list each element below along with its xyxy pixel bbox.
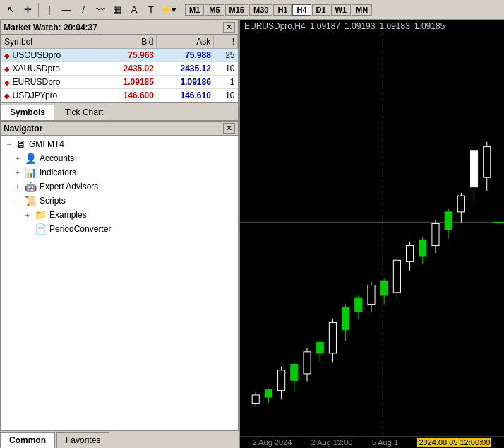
nav-item-periodconverter[interactable]: 📄 PeriodConverter [2,222,236,236]
tf-d1[interactable]: D1 [312,4,330,16]
chart-area: EURUSDpro,H4 1.09187 1.09193 1.09183 1.0… [240,20,504,448]
nav-expand-icon[interactable]: − [13,197,22,205]
svg-rect-22 [368,285,375,305]
svg-rect-38 [470,151,477,187]
spread-2: 1 [214,76,238,89]
nav-expand-icon[interactable]: + [23,211,32,219]
tab-tick-chart[interactable]: Tick Chart [56,105,112,120]
nav-expand-icon[interactable]: + [13,155,22,163]
diamond-icon-1: ◆ [4,65,10,73]
label-icon[interactable]: T [143,2,159,18]
tf-w1[interactable]: W1 [331,4,352,16]
symbol-name-0: USOUSDpro [13,50,61,60]
chart-price2: 1.09193 [344,21,375,31]
svg-rect-8 [278,370,285,391]
time-label-2: 2 Aug 12:00 [311,438,353,447]
market-row-2[interactable]: ◆ EURUSDpro 1.09185 1.09186 1 [1,76,238,89]
symbol-cell-0: ◆ USOUSDpro [1,49,100,62]
nav-item-expert-advisors[interactable]: + 🤖 Expert Advisors [2,179,236,194]
tf-m30[interactable]: M30 [249,4,272,16]
svg-rect-36 [457,196,464,212]
nav-item-scripts[interactable]: − 📜 Scripts [2,194,236,208]
diamond-icon-0: ◆ [4,52,10,59]
col-bid: Bid [100,35,157,49]
svg-rect-20 [355,298,362,312]
grid-icon[interactable]: ▦ [109,2,125,18]
main-layout: Market Watch: 20:04:37 ✕ Symbol Bid Ask … [0,20,504,448]
tf-m1[interactable]: M1 [185,4,204,16]
tf-h1[interactable]: H1 [273,4,292,16]
wave-icon[interactable]: 〰 [92,2,108,18]
arrow-tool2-icon[interactable]: ⚡▾ [160,2,176,18]
divider-1 [38,3,39,17]
svg-rect-12 [304,352,311,374]
nav-item-label: PeriodConverter [49,224,111,234]
nav-item-label: Indicators [40,167,76,177]
symbol-cell-3: ◆ USDJPYpro [1,89,100,102]
svg-rect-28 [407,246,414,262]
nav-item-gmi-mt4[interactable]: − 🖥 GMI MT4 [2,137,236,151]
trend-line-icon[interactable]: / [76,2,91,18]
market-watch-close[interactable]: ✕ [223,22,235,33]
bid-0: 75.963 [100,49,157,62]
navigator-close[interactable]: ✕ [223,123,235,134]
time-label-3: 5 Aug 1 [372,438,398,447]
tab-symbols[interactable]: Symbols [1,105,54,120]
chart-symbol: EURUSDpro,H4 [244,21,306,31]
spread-1: 10 [214,62,238,76]
nav-item-examples[interactable]: + 📁 Examples [2,208,236,222]
time-label-1: 2 Aug 2024 [253,438,292,447]
nav-item-icon: 📜 [25,195,37,206]
nav-item-label: Examples [49,210,87,220]
svg-rect-18 [342,308,349,330]
navigator-title: Navigator [4,124,42,134]
tf-m5[interactable]: M5 [205,4,224,16]
tab-common[interactable]: Common [0,432,55,448]
nav-item-indicators[interactable]: + 📊 Indicators [2,165,236,179]
spread-0: 25 [214,49,238,62]
nav-item-icon: 👤 [25,153,37,164]
nav-item-label: Scripts [40,196,66,206]
chart-canvas[interactable] [240,33,504,436]
market-watch-title: Market Watch: 20:04:37 [4,23,97,33]
diamond-icon-3: ◆ [4,92,10,100]
tf-h4[interactable]: H4 [292,4,311,16]
nav-item-icon: 📄 [35,223,47,235]
svg-rect-4 [252,395,259,403]
crosshair-tool-icon[interactable]: ✛ [20,2,35,18]
bid-2: 1.09185 [100,76,157,89]
navigator-header: Navigator ✕ [1,122,238,136]
toolbar: ↖ ✛ | — / 〰 ▦ A T ⚡▾ M1 M5 M15 M30 H1 H4… [0,0,504,20]
left-panel: Market Watch: 20:04:37 ✕ Symbol Bid Ask … [0,20,240,448]
tab-favorites[interactable]: Favorites [56,432,109,448]
vertical-line-icon[interactable]: | [42,2,57,18]
market-row-3[interactable]: ◆ USDJPYpro 146.600 146.610 10 [1,89,238,102]
nav-item-icon: 🤖 [25,181,37,192]
svg-rect-16 [329,322,336,353]
ask-1: 2435.12 [157,62,214,76]
text-icon[interactable]: A [126,2,142,18]
svg-rect-26 [393,260,400,293]
tf-mn[interactable]: MN [352,4,372,16]
nav-expand-icon[interactable]: + [13,169,22,177]
svg-rect-10 [291,364,298,380]
market-row-0[interactable]: ◆ USOUSDpro 75.963 75.988 25 [1,49,238,62]
chart-header: EURUSDpro,H4 1.09187 1.09193 1.09183 1.0… [240,20,504,33]
market-row-1[interactable]: ◆ XAUUSDpro 2435.02 2435.12 10 [1,62,238,76]
nav-expand-icon[interactable]: + [13,183,22,191]
nav-item-label: Expert Advisors [40,182,98,191]
navigator-panel: Navigator ✕ − 🖥 GMI MT4 + 👤 Accounts + 📊… [0,121,239,430]
svg-rect-14 [316,342,323,353]
tf-m15[interactable]: M15 [225,4,248,16]
symbol-name-3: USDJPYpro [13,90,58,100]
nav-expand-icon[interactable]: − [5,141,13,148]
horizontal-line-icon[interactable]: — [59,2,74,18]
market-watch-tabs: Symbols Tick Chart [1,102,238,120]
navigator-tabs: Common Favorites [0,430,239,448]
nav-item-accounts[interactable]: + 👤 Accounts [2,151,236,165]
nav-item-label: GMI MT4 [29,139,64,149]
arrow-tool-icon[interactable]: ↖ [3,2,18,18]
svg-rect-40 [484,147,491,178]
svg-rect-24 [380,281,388,295]
diamond-icon-2: ◆ [4,78,10,86]
